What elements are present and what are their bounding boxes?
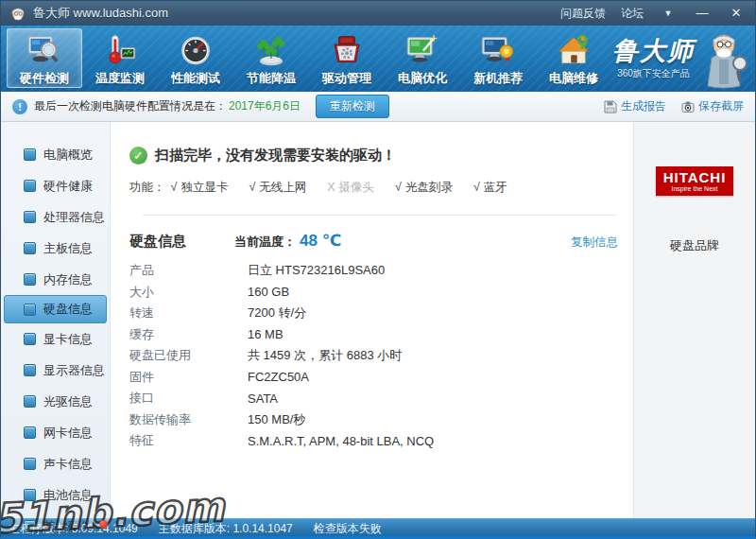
tab-hardware-detect[interactable]: 硬件检测 [7,28,82,88]
feature-discrete-gpu: √独立显卡 [171,180,229,196]
menu-dropdown-icon[interactable]: ▼ [659,7,678,20]
square-bullet-icon [24,364,36,376]
square-bullet-icon [24,489,36,501]
tab-performance-test[interactable]: 性能测试 [158,28,233,88]
square-bullet-icon [24,426,36,439]
sidebar-item-motherboard-info[interactable]: 主板信息 [4,233,107,264]
tab-temperature-monitor[interactable]: 温度监测 [82,28,158,88]
sidebar-item-label: 电池信息 [43,487,93,504]
disk-section-title: 硬盘信息 [129,233,234,251]
tab-label: 驱动管理 [322,70,371,87]
sidebar-item-network-card-info[interactable]: 网卡信息 [4,417,107,448]
sidebar-item-sound-card-info[interactable]: 声卡信息 [4,448,107,479]
last-detect-date: 2017年6月6日 [229,98,301,114]
main-panel: ✓ 扫描完毕，没有发现需要安装的驱动！ 功能： √独立显卡 √无线上网 X摄像头… [111,122,633,518]
camera-icon [681,100,695,113]
hitachi-logo: HITACHI Inspire the Next [656,166,734,196]
square-bullet-icon [24,180,36,192]
feedback-link[interactable]: 问题反馈 [560,6,606,22]
sidebar-item-label: 主板信息 [43,240,93,257]
info-icon: ! [12,99,27,114]
sidebar-item-label: 声卡信息 [43,456,93,473]
sidebar-item-memory-info[interactable]: 内存信息 [4,264,107,295]
square-bullet-icon [24,211,36,223]
feature-bluetooth: √蓝牙 [473,180,507,196]
square-bullet-icon [24,273,36,286]
main-version-text: 主程序版本: 5.09.14.1049 [9,521,138,537]
monitor-medal-icon [478,32,518,69]
monitor-wand-icon [403,32,442,69]
square-bullet-icon [24,148,36,161]
sidebar-item-label: 光驱信息 [43,393,93,410]
tab-label: 电脑维修 [549,70,598,87]
floppy-icon [604,100,617,113]
sidebar-item-label: 网卡信息 [43,425,93,442]
check-version-status: 检查版本失败 [314,521,382,537]
table-row-features: 特征S.M.A.R.T, APM, 48-bit LBA, NCQ [129,430,633,452]
brand-area: 鲁大师 360旗下安全产品 [612,28,749,88]
generate-report-link[interactable]: 生成报告 [604,98,666,114]
sidebar-item-display-info[interactable]: 显示器信息 [4,355,107,386]
house-wrench-icon [554,32,593,69]
copy-info-link[interactable]: 复制信息 [571,235,618,251]
ludashi-window: 鲁大师 www.ludashi.com 问题反馈 论坛 ▼ — ✕ 硬件检测 [0,0,756,539]
sidebar-item-battery-info[interactable]: 电池信息 [4,479,107,511]
last-detect-text: 最后一次检测电脑硬件配置情况是在： [34,98,227,114]
square-bullet-icon [24,458,36,470]
current-temp-label: 当前温度： [234,234,296,251]
sidebar-item-cpu-info[interactable]: 处理器信息 [4,201,107,233]
title-bar: 鲁大师 www.ludashi.com 问题反馈 论坛 ▼ — ✕ [1,1,755,26]
redetect-button[interactable]: 重新检测 [316,95,389,118]
sidebar-item-label: 内存信息 [43,271,93,288]
sidebar-item-pc-overview[interactable]: 电脑概览 [4,139,107,170]
sidebar-item-disk-info[interactable]: 硬盘信息 [4,295,107,323]
features-row: 功能： √独立显卡 √无线上网 X摄像头 √光盘刻录 √蓝牙 [129,180,633,196]
notice-bar: ! 最后一次检测电脑硬件配置情况是在： 2017年6月6日 重新检测 生成报告 [1,92,755,122]
tab-label: 电脑优化 [398,70,447,87]
hitachi-logo-tagline: Inspire the Next [663,184,727,193]
feature-camera: X摄像头 [327,180,374,196]
ludashi-logo: 鲁大师 [612,37,695,65]
brand-subtitle: 360旗下安全产品 [612,67,695,80]
table-row-firmware: 固件FC2ZC50A [129,367,633,389]
sidebar-item-hardware-health[interactable]: 硬件健康 [4,170,107,201]
tab-driver-manage[interactable]: 驱动管理 [309,28,385,88]
tab-energy-saving[interactable]: 节能降温 [233,28,309,88]
sidebar-item-label: 显卡信息 [43,331,93,348]
sidebar-item-optical-drive-info[interactable]: 光驱信息 [4,386,107,417]
tab-new-machine[interactable]: 新机推荐 [460,28,536,88]
sidebar-item-label: 电脑概览 [43,147,93,164]
sidebar-item-label: 处理器信息 [43,209,105,226]
tab-label: 节能降温 [247,70,296,87]
clover-icon [251,32,291,69]
tab-label: 新机推荐 [473,70,523,87]
scan-ok-icon: ✓ [129,147,147,165]
toolbox-icon [327,32,367,69]
save-screenshot-link[interactable]: 保存截屏 [681,98,744,114]
close-button[interactable]: ✕ [727,7,746,20]
tab-pc-repair[interactable]: 电脑维修 [536,28,611,88]
db-version-text: 主数据库版本: 1.0.14.1047 [159,521,293,537]
square-bullet-icon [24,333,36,345]
table-row-interface: 接口SATA [129,388,633,409]
thermometer-icon [100,32,140,69]
gauge-icon [176,32,215,69]
app-title: 鲁大师 www.ludashi.com [33,5,168,22]
disk-brand-caption: 硬盘品牌 [670,237,719,254]
tab-label: 硬件检测 [20,70,69,87]
section-divider [143,215,616,216]
feature-wireless: √无线上网 [249,180,306,196]
generate-report-label: 生成报告 [621,98,666,114]
sidebar-item-gpu-info[interactable]: 显卡信息 [4,323,107,355]
disk-brand-panel: HITACHI Inspire the Next 硬盘品牌 [633,122,755,518]
main-toolbar: 硬件检测 温度监测 [1,26,755,92]
forum-link[interactable]: 论坛 [621,6,644,22]
sidebar-item-label: 硬盘信息 [43,301,93,318]
sidebar-item-label: 显示器信息 [43,362,105,379]
sidebar: 电脑概览 硬件健康 处理器信息 主板信息 内存信息 硬盘信息 [1,122,111,518]
minimize-button[interactable]: — [693,7,712,20]
tab-label: 性能测试 [171,70,220,87]
app-logo-icon [10,6,26,22]
save-screenshot-label: 保存截屏 [698,98,744,114]
tab-pc-optimize[interactable]: 电脑优化 [385,28,460,88]
